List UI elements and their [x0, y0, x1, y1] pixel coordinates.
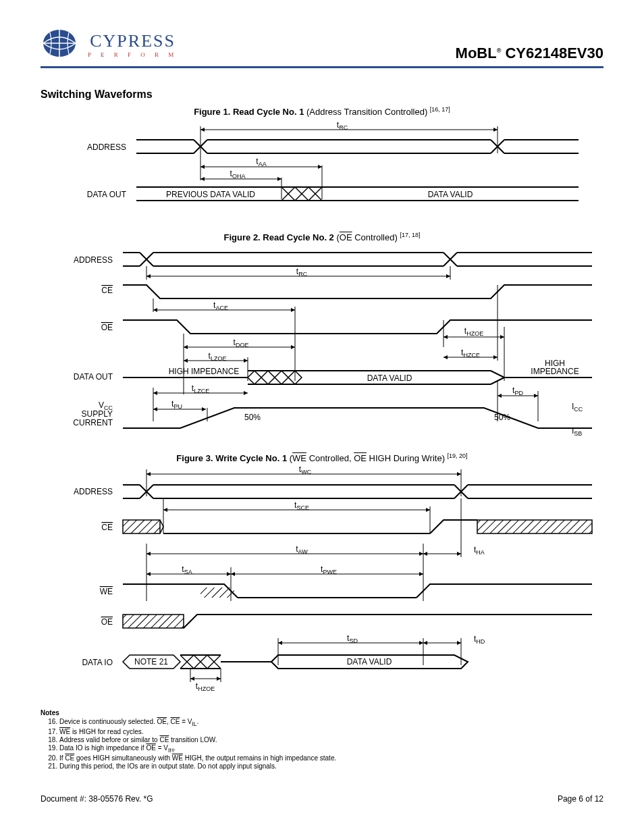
- note-item: Data IO is high impedance if OE = VIH.: [59, 744, 603, 754]
- notes-list: Device is continuously selected. OE, CE …: [41, 718, 603, 770]
- svg-text:tHZOE: tHZOE: [196, 681, 215, 692]
- svg-text:tHD: tHD: [474, 634, 485, 645]
- fig2-ce-label: CE: [101, 286, 113, 295]
- page-header: CYPRESS P E R F O R M MoBL® CY62148EV30: [41, 27, 603, 68]
- logo: CYPRESS P E R F O R M: [41, 27, 178, 62]
- svg-rect-115: [200, 588, 234, 598]
- fig3-tpwe-sub: PWE: [323, 569, 337, 575]
- fig1-dataout-label: DATA OUT: [87, 190, 127, 199]
- fig2-hiimp1: HIGH IMPEDANCE: [169, 367, 240, 376]
- fig2-data-valid: DATA VALID: [367, 373, 412, 383]
- fig2-tlzoe-sub: LZOE: [211, 355, 227, 362]
- fig2-addr-label: ADDRESS: [74, 255, 113, 265]
- fig3-thd-sub: HD: [476, 638, 485, 645]
- svg-text:tPU: tPU: [171, 399, 182, 410]
- svg-text:tSCE: tSCE: [294, 500, 309, 511]
- fig1-trc-sub: RC: [339, 124, 348, 131]
- fig3-title: Write Cycle No. 1: [215, 453, 287, 463]
- note-item: Device is continuously selected. OE, CE …: [59, 718, 603, 727]
- fig3-ce-label: CE: [101, 523, 113, 532]
- fig3-thzoe-sub: HZOE: [198, 685, 215, 692]
- fig3-refs: [19, 20]: [448, 452, 468, 459]
- fig2-50a: 50%: [244, 413, 261, 422]
- fig1-toha-sub: OHA: [232, 173, 246, 180]
- part-number-title: MoBL® CY62148EV30: [456, 45, 603, 62]
- fig3-we-bar: WE: [292, 453, 306, 463]
- svg-text:tPD: tPD: [512, 386, 523, 396]
- fig1-prev-valid: PREVIOUS DATA VALID: [166, 190, 255, 199]
- fig3-tsce-sub: SCE: [296, 504, 309, 511]
- svg-text:tRC: tRC: [296, 267, 308, 278]
- page-footer: Document #: 38-05576 Rev. *G Page 6 of 1…: [41, 794, 603, 804]
- svg-rect-117: [123, 615, 184, 628]
- svg-text:tAA: tAA: [256, 157, 266, 167]
- fig3-data-valid: DATA VALID: [347, 657, 392, 667]
- fig3-tsd-sub: SD: [349, 637, 358, 644]
- fig2-prefix: Figure 2.: [224, 233, 263, 243]
- fig3-dio-label: DATA IO: [82, 658, 113, 667]
- part-number: CY62148EV30: [505, 45, 603, 61]
- notes-section: Notes Device is continuously selected. O…: [41, 709, 603, 770]
- svg-rect-102: [477, 520, 592, 533]
- svg-text:tWC: tWC: [299, 466, 312, 475]
- fig2-tlzce-sub: LZCE: [194, 388, 209, 394]
- svg-text:tACE: tACE: [213, 301, 228, 311]
- fig2-desc: Controlled): [352, 233, 400, 243]
- fig3-pa: (: [287, 453, 292, 463]
- svg-text:tHA: tHA: [474, 545, 485, 556]
- figure-2-caption: Figure 2. Read Cycle No. 2 (OE Controlle…: [41, 232, 603, 242]
- fig2-50b: 50%: [494, 413, 510, 422]
- svg-text:tDOE: tDOE: [234, 338, 249, 348]
- notes-heading: Notes: [41, 709, 603, 716]
- fig2-thzoe-sub: HZOE: [466, 330, 483, 337]
- note-item: Address valid before or similar to CE tr…: [59, 736, 603, 744]
- fig3-end: HIGH During Write): [367, 453, 448, 463]
- fig2-tdoe-sub: DOE: [236, 342, 249, 348]
- fig2-title: Read Cycle No. 2: [263, 233, 334, 243]
- figure-3-diagram: tWC ADDRESS tSCE CE tAW tHA tSA tPWE WE …: [45, 466, 599, 696]
- svg-text:tLZOE: tLZOE: [209, 351, 227, 362]
- fig1-title: Read Cycle No. 1: [233, 107, 304, 117]
- fig2-trc-sub: RC: [298, 271, 307, 278]
- cypress-globe-icon: [41, 27, 88, 62]
- fig3-taw-sub: AW: [298, 548, 308, 555]
- fig2-paren-open: (: [334, 233, 340, 243]
- fig3-addr-label: ADDRESS: [74, 487, 113, 496]
- fig3-mid: Controlled,: [306, 453, 354, 463]
- fig2-vcc: V: [99, 400, 104, 410]
- fig3-oe-label: OE: [101, 617, 113, 627]
- doc-number: Document #: 38-05576 Rev. *G: [41, 794, 153, 804]
- fig2-isb-sub: SB: [574, 430, 582, 437]
- fig2-hiimp2b: IMPEDANCE: [531, 367, 579, 376]
- part-prefix: MoBL: [456, 45, 497, 61]
- page-number: Page 6 of 12: [558, 794, 603, 804]
- section-heading: Switching Waveforms: [41, 88, 603, 101]
- fig2-current: CURRENT: [73, 418, 113, 427]
- fig1-prefix: Figure 1.: [194, 107, 233, 117]
- svg-text:tOHA: tOHA: [230, 169, 246, 180]
- svg-text:tSD: tSD: [347, 633, 358, 644]
- svg-text:tPWE: tPWE: [321, 565, 337, 575]
- fig3-twc-sub: WC: [301, 469, 311, 475]
- fig2-oe-bar: OE: [340, 233, 352, 243]
- svg-text:ICC: ICC: [572, 402, 583, 413]
- fig2-dout-label: DATA OUT: [74, 372, 113, 382]
- fig3-tsa-sub: SA: [184, 569, 192, 575]
- logo-tagline: P E R F O R M: [88, 51, 178, 58]
- figure-1-diagram: ADDRESS tRC tAA tOHA DATA OUT PREVIOUS D…: [59, 120, 585, 221]
- svg-text:tHZCE: tHZCE: [461, 348, 480, 359]
- fig1-taa-sub: AA: [259, 161, 267, 167]
- logo-name: CYPRESS: [90, 31, 176, 51]
- note-item: If CE goes HIGH simultaneously with WE H…: [59, 754, 603, 762]
- fig2-supply: SUPPLY: [82, 409, 113, 419]
- figure-3-caption: Figure 3. Write Cycle No. 1 (WE Controll…: [41, 452, 603, 463]
- svg-text:tRC: tRC: [337, 120, 348, 131]
- fig3-oe-bar: OE: [354, 453, 367, 463]
- fig2-tace-sub: ACE: [215, 305, 228, 311]
- fig2-icc-sub: CC: [574, 406, 583, 413]
- fig2-tpd-sub: PD: [514, 390, 523, 396]
- fig2-thzce-sub: HZCE: [463, 352, 480, 359]
- fig3-prefix: Figure 3.: [176, 453, 215, 463]
- fig3-tha-sub: HA: [476, 549, 485, 556]
- svg-text:tHZOE: tHZOE: [464, 326, 483, 337]
